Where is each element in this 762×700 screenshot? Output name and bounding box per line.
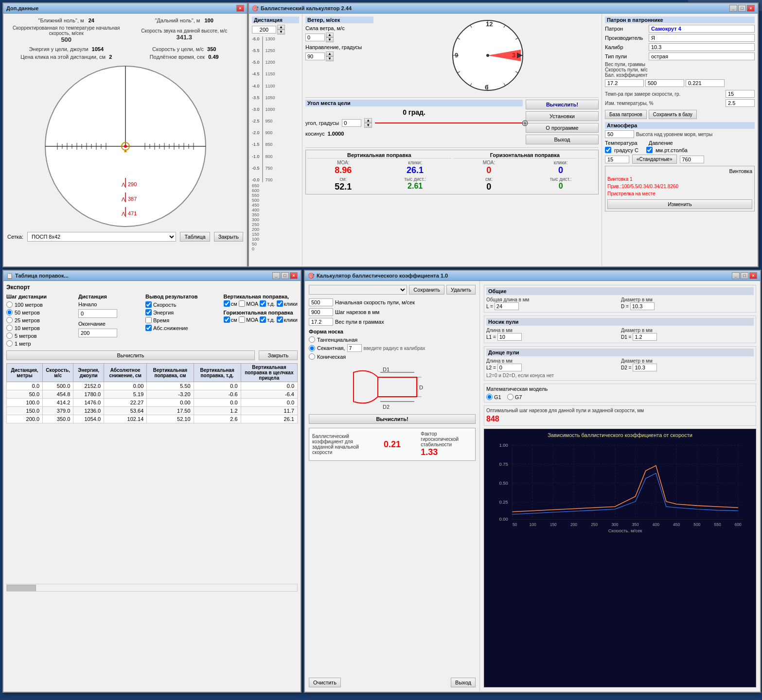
start-input[interactable]: [78, 309, 117, 318]
change-btn[interactable]: Изменить: [607, 199, 752, 209]
vc-moa[interactable]: МОА: [239, 300, 258, 307]
output-energy[interactable]: Энергия: [145, 309, 220, 315]
output-drop[interactable]: Абс.снижение: [145, 325, 220, 331]
ballistic-max-btn[interactable]: □: [738, 5, 746, 12]
exit-btn[interactable]: Выход: [526, 135, 599, 144]
table-max-btn[interactable]: □: [281, 272, 289, 279]
wind-speed-up[interactable]: ▲: [326, 33, 334, 37]
bcalc-delete-btn[interactable]: Удалить: [446, 285, 476, 295]
bcalc-titlebar[interactable]: 🎯 Калькулятор баллистического коэффициен…: [305, 271, 760, 281]
model-g7[interactable]: G7: [507, 394, 522, 400]
L1-input[interactable]: [497, 333, 522, 341]
vc-clicks[interactable]: клики: [277, 300, 298, 307]
D-input[interactable]: [630, 302, 655, 310]
table-close-btn[interactable]: ×: [290, 272, 298, 279]
end-input[interactable]: [78, 329, 117, 337]
ballistic-close-btn[interactable]: ×: [747, 5, 755, 12]
table-cell: 1054.0: [73, 415, 104, 423]
bcalc-exit-btn[interactable]: Выход: [451, 678, 476, 687]
v2-input[interactable]: [309, 308, 333, 316]
svg-text:471: 471: [128, 210, 137, 216]
save-base-btn[interactable]: Сохранить в базу: [649, 110, 697, 119]
settings-btn[interactable]: Установки: [526, 111, 599, 121]
output-time[interactable]: Время: [145, 317, 220, 323]
caliber-input[interactable]: [649, 43, 755, 51]
scope-select[interactable]: ПОСП 8х42: [27, 232, 177, 242]
svg-text:0.50: 0.50: [499, 480, 508, 486]
output-speed[interactable]: Скорость: [145, 301, 220, 308]
wind-dir-down[interactable]: ▼: [326, 56, 334, 61]
svg-text:290: 290: [128, 181, 137, 187]
altitude-input[interactable]: [605, 130, 634, 138]
table-cell: 5.50: [147, 382, 194, 390]
bullet-bc-input[interactable]: [686, 79, 725, 87]
temp-input[interactable]: [726, 90, 755, 98]
step-5[interactable]: 5 метров: [6, 332, 74, 339]
table-btn[interactable]: Таблица: [180, 232, 210, 242]
D2-input[interactable]: [633, 364, 657, 371]
bullet-weight-input[interactable]: [605, 79, 644, 87]
v3-input[interactable]: [309, 318, 333, 326]
shape-secant[interactable]: Секантная, введите радиус в калибрах: [309, 344, 476, 352]
wind-dir-up[interactable]: ▲: [326, 52, 334, 56]
model-label: Математическая модель: [486, 386, 754, 392]
bcalc-patron-select[interactable]: [309, 285, 407, 295]
L2-input[interactable]: [497, 364, 522, 371]
hc-cm[interactable]: см: [224, 316, 238, 323]
dopdata-close-btn[interactable]: ×: [236, 5, 244, 12]
ballistic-titlebar[interactable]: 🎯 Баллистический калькулятор 2.44 _ □ ×: [249, 3, 758, 14]
wind-speed-down[interactable]: ▼: [326, 37, 334, 42]
angle-input[interactable]: [342, 119, 361, 127]
table-titlebar[interactable]: 📋 Таблица поправок... _ □ ×: [3, 271, 301, 281]
model-g1[interactable]: G1: [486, 394, 501, 400]
bcalc-clear-btn[interactable]: Очистить: [309, 678, 341, 687]
close-btn2[interactable]: Закрыть: [214, 232, 243, 242]
table-cell: 52.10: [147, 415, 194, 423]
table-compute-btn[interactable]: Вычислить: [6, 350, 255, 360]
wind-dir-input[interactable]: [305, 52, 325, 60]
dopdata-titlebar[interactable]: Доп.данные ×: [3, 3, 247, 14]
dist-up-btn[interactable]: ▲: [277, 25, 285, 30]
compute-btn[interactable]: Вычислить!: [526, 100, 599, 109]
wind-speed-input[interactable]: [305, 34, 325, 41]
pressure-check[interactable]: [646, 147, 653, 153]
D1-input[interactable]: [633, 333, 657, 341]
bcalc-compute-btn[interactable]: Вычислить!: [309, 414, 476, 424]
table-close-action-btn[interactable]: Закрыть: [259, 350, 298, 360]
pressure-input[interactable]: [680, 156, 704, 163]
dist-down-btn[interactable]: ▼: [277, 30, 285, 35]
angle-up[interactable]: ▲: [364, 118, 372, 123]
shape-tangential[interactable]: Тангенциальная: [309, 336, 476, 343]
hc-moa[interactable]: МОА: [239, 316, 258, 323]
temp-corr-input[interactable]: [726, 99, 755, 107]
bullet-speed-input[interactable]: [645, 79, 684, 87]
ballistic-min-btn[interactable]: _: [729, 5, 737, 12]
hc-td[interactable]: т.д.: [260, 316, 275, 323]
temp-c-input[interactable]: [605, 156, 629, 163]
step-10[interactable]: 10 метров: [6, 325, 74, 331]
bcalc-max-btn[interactable]: □: [741, 272, 748, 279]
v1-input[interactable]: [309, 298, 333, 306]
shape-conical[interactable]: Коническая: [309, 353, 476, 360]
table-min-btn[interactable]: _: [272, 272, 280, 279]
L-input[interactable]: [495, 302, 519, 310]
temp-c-check[interactable]: [605, 147, 611, 153]
step-50[interactable]: 50 метров: [6, 309, 74, 315]
about-btn[interactable]: О программе: [526, 123, 599, 133]
standard-btn[interactable]: «Стандартные»: [632, 155, 677, 164]
svg-point-55: [486, 54, 489, 57]
step-25[interactable]: 25 метров: [6, 317, 74, 323]
bcalc-min-btn[interactable]: _: [732, 272, 740, 279]
step-100[interactable]: 100 метров: [6, 301, 74, 308]
bcalc-close-btn[interactable]: ×: [749, 272, 757, 279]
vc-td[interactable]: т.д.: [260, 300, 275, 307]
bcalc-save-btn[interactable]: Сохранить: [409, 285, 444, 295]
angle-down[interactable]: ▼: [364, 123, 372, 128]
dist-input[interactable]: [252, 26, 276, 34]
maker-input[interactable]: [649, 34, 755, 42]
step-1[interactable]: 1 метр: [6, 340, 74, 347]
base-patron-btn[interactable]: База патронов: [605, 110, 647, 119]
vc-cm[interactable]: см: [224, 300, 238, 307]
hc-clicks[interactable]: клики: [277, 316, 298, 323]
secant-radius-input[interactable]: [347, 344, 362, 352]
